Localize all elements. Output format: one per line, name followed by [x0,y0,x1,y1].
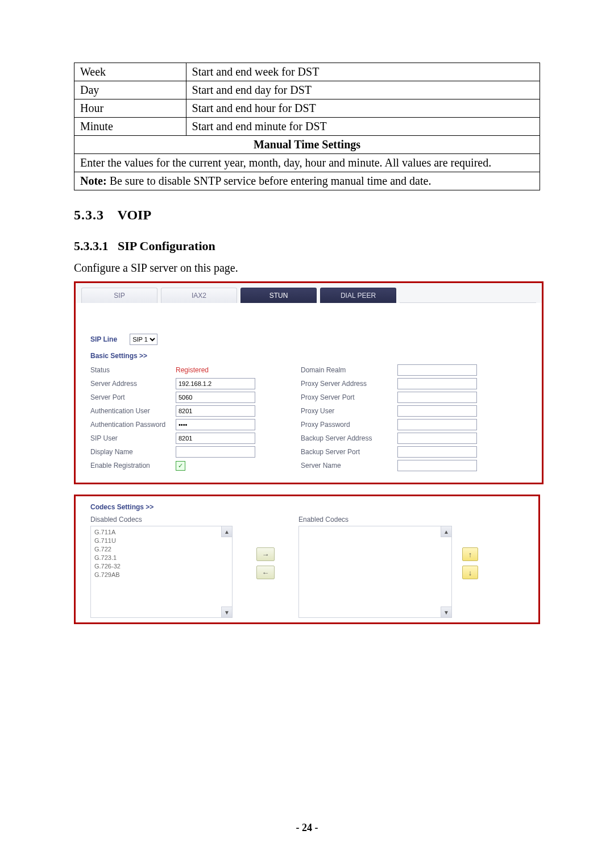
table-row: Note: Be sure to disable SNTP service be… [74,172,540,190]
proxy-user-label: Proxy User [301,407,397,415]
manual-time-text: Enter the values for the current year, m… [74,154,540,172]
disabled-codecs-label: Disabled Codecs [90,516,233,524]
list-item[interactable]: G.722 [94,545,229,554]
section-heading: 5.3.3 VOIP [74,207,540,223]
display-name-input[interactable] [176,446,255,458]
basic-settings-title: Basic Settings >> [90,352,527,360]
auth-user-input[interactable] [176,405,255,417]
server-address-input[interactable] [176,378,255,389]
disabled-codecs-listbox[interactable]: ▲ G.711A G.711U G.722 G.723.1 G.726-32 G… [90,526,233,618]
tab-stun[interactable]: STUN [240,288,317,303]
backup-server-address-input[interactable] [397,433,477,444]
table-row: Enter the values for the current year, m… [74,154,540,172]
tabs-spacer [400,288,536,303]
server-port-input[interactable] [176,392,255,403]
disabled-codecs-items: G.711A G.711U G.722 G.723.1 G.726-32 G.7… [91,526,232,581]
section-title: VOIP [118,207,152,222]
domain-realm-input[interactable] [397,364,477,376]
note-text: Be sure to disable SNTP service before e… [107,175,432,187]
proxy-server-port-input[interactable] [397,392,477,403]
proxy-server-address-input[interactable] [397,378,477,389]
basic-settings-grid: Status Registered Domain Realm Server Ad… [90,364,527,471]
proxy-password-label: Proxy Password [301,421,397,429]
dst-week-label: Week [74,63,186,81]
dst-week-desc: Start and end week for DST [186,63,540,81]
list-item[interactable]: G.729AB [94,571,229,579]
backup-server-port-label: Backup Server Port [301,448,397,456]
tab-iax2[interactable]: IAX2 [161,288,237,303]
scroll-down-icon[interactable]: ▼ [441,607,451,617]
lead-text: Configure a SIP server on this page. [74,261,540,275]
enabled-codecs-listbox[interactable]: ▲ ▼ [298,526,452,618]
sip-config-screenshot: SIP IAX2 STUN DIAL PEER SIP Line SIP 1 B… [74,281,544,484]
auth-password-label: Authentication Password [90,421,176,429]
table-row: Hour Start and end hour for DST [74,99,540,118]
backup-server-port-input[interactable] [397,446,477,458]
table-row: Minute Start and end minute for DST [74,118,540,136]
subsection-number: 5.3.3.1 [74,239,109,253]
tab-sip[interactable]: SIP [81,288,157,303]
dst-day-desc: Start and end day for DST [186,81,540,99]
table-row: Manual Time Settings [74,136,540,154]
tab-dial-peer[interactable]: DIAL PEER [320,288,396,303]
scroll-up-icon[interactable]: ▲ [221,526,232,537]
status-label: Status [90,366,176,374]
subsection-title: SIP Configuration [118,239,215,253]
codecs-settings-title: Codecs Settings >> [90,503,524,511]
enable-registration-label: Enable Registration [90,462,176,470]
move-up-button[interactable]: ↑ [462,547,478,561]
domain-realm-label: Domain Realm [301,366,397,374]
subsection-heading: 5.3.3.1 SIP Configuration [74,239,540,254]
dst-minute-desc: Start and end minute for DST [186,118,540,136]
page-number: - 24 - [0,822,614,834]
proxy-server-port-label: Proxy Server Port [301,393,397,401]
table-row: Day Start and end day for DST [74,81,540,99]
sip-line-select[interactable]: SIP 1 [130,334,157,345]
enabled-codecs-items [299,526,451,530]
manual-time-heading: Manual Time Settings [74,136,540,154]
proxy-server-address-label: Proxy Server Address [301,380,397,388]
server-name-label: Server Name [301,462,397,470]
server-address-label: Server Address [90,380,176,388]
scroll-down-icon[interactable]: ▼ [221,607,232,617]
move-left-button[interactable]: ← [256,566,275,579]
scroll-up-icon[interactable]: ▲ [441,526,451,537]
sip-user-label: SIP User [90,434,176,442]
dst-day-label: Day [74,81,186,99]
proxy-user-input[interactable] [397,405,477,417]
sip-user-input[interactable] [176,433,255,444]
section-number: 5.3.3 [74,207,104,222]
backup-server-address-label: Backup Server Address [301,434,397,442]
list-item[interactable]: G.723.1 [94,554,229,562]
dst-minute-label: Minute [74,118,186,136]
server-port-label: Server Port [90,393,176,401]
note-label: Note: [80,175,107,187]
tabs-bar: SIP IAX2 STUN DIAL PEER [76,283,542,303]
list-item[interactable]: G.726-32 [94,562,229,571]
dst-hour-desc: Start and end hour for DST [186,99,540,118]
display-name-label: Display Name [90,448,176,456]
move-down-button[interactable]: ↓ [462,566,478,579]
enabled-codecs-label: Enabled Codecs [298,516,452,524]
sip-line-label: SIP Line [90,335,117,343]
server-name-input[interactable] [397,460,477,471]
auth-user-label: Authentication User [90,407,176,415]
table-row: Week Start and end week for DST [74,63,540,81]
auth-password-input[interactable] [176,419,255,430]
codecs-screenshot: Codecs Settings >> Disabled Codecs ▲ G.7… [74,495,540,624]
proxy-password-input[interactable] [397,419,477,430]
dst-table: Week Start and end week for DST Day Star… [74,63,540,190]
move-right-button[interactable]: → [256,547,275,561]
dst-hour-label: Hour [74,99,186,118]
list-item[interactable]: G.711A [94,528,229,537]
manual-time-note: Note: Be sure to disable SNTP service be… [74,172,540,190]
list-item[interactable]: G.711U [94,537,229,545]
status-value: Registered [176,366,267,374]
enable-registration-checkbox[interactable]: ✓ [176,461,185,471]
